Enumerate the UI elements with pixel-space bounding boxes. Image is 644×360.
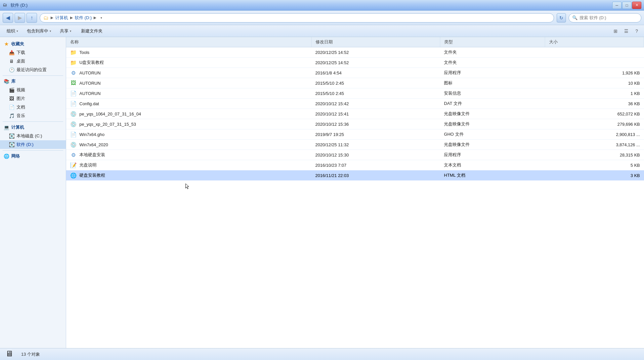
music-label: 音乐 [17, 113, 25, 119]
table-row[interactable]: 📁 Tools 2020/12/25 14:52文件夹 [66, 47, 644, 58]
file-type-6: 光盘映像文件 [440, 109, 545, 119]
file-type-3: 图标 [440, 78, 545, 88]
table-header-row: 名称 修改日期 类型 大小 [66, 37, 644, 47]
sidebar-divider-3 [3, 150, 63, 151]
sidebar-item-desktop[interactable]: 🖥 桌面 [0, 57, 66, 66]
computer-header[interactable]: 💻 计算机 [0, 123, 66, 132]
breadcrumb-sep-0: ▶ [51, 16, 53, 20]
table-row[interactable]: ⚙ AUTORUN 2016/1/8 4:54应用程序1,926 KB [66, 68, 644, 78]
file-size-7: 279,696 KB [545, 119, 644, 129]
file-table: 名称 修改日期 类型 大小 📁 Tools 2020/12/25 14:52文件… [66, 37, 644, 181]
add-to-library-menu[interactable]: 包含到库中 ▾ [23, 26, 55, 36]
file-name-cell-1: 📁 U盘安装教程 [66, 58, 311, 68]
sidebar: ★ 收藏夹 📥 下载 🖥 桌面 🕐 最近访问的位置 📚 库 [0, 37, 66, 348]
software-d-label: 软件 (D:) [17, 142, 33, 148]
column-size[interactable]: 大小 [545, 37, 644, 47]
minimize-button[interactable]: ─ [612, 2, 622, 9]
computer-label: 计算机 [11, 124, 24, 130]
file-modified-7: 2020/10/12 15:36 [311, 119, 440, 129]
file-name-cell-5: 📄 Config.dat [66, 99, 311, 109]
address-bar[interactable]: 🗂 ▶ 计算机 ▶ 软件 (D:) ▶ ▾ [40, 13, 554, 22]
folder-icon: 🗂 [43, 15, 49, 21]
table-row[interactable]: 💿 pe_yqs_xp_20_07_31_15_53 2020/10/12 15… [66, 119, 644, 129]
network-label: 网络 [11, 153, 20, 159]
file-name-cell-2: ⚙ AUTORUN [66, 68, 311, 78]
table-row[interactable]: 📝 光盘说明 2016/10/23 7:07文本文档5 KB [66, 160, 644, 170]
sidebar-item-pictures[interactable]: 🖼 图片 [0, 94, 66, 103]
file-modified-5: 2020/10/12 15:42 [311, 99, 440, 109]
new-folder-button[interactable]: 新建文件夹 [76, 26, 107, 36]
local-disk-c-label: 本地磁盘 (C:) [17, 133, 42, 139]
library-header[interactable]: 📚 库 [0, 77, 66, 86]
sidebar-divider-2 [3, 121, 63, 122]
toolbar: ◀ ▶ ↑ 🗂 ▶ 计算机 ▶ 软件 (D:) ▶ ▾ ↻ 🔍 [0, 11, 644, 25]
file-modified-6: 2020/10/12 15:41 [311, 109, 440, 119]
favorites-header[interactable]: ★ 收藏夹 [0, 40, 66, 48]
file-modified-10: 2020/10/12 15:30 [311, 150, 440, 160]
file-name-cell-7: 💿 pe_yqs_xp_20_07_31_15_53 [66, 119, 311, 129]
file-type-8: GHO 文件 [440, 129, 545, 140]
music-icon: 🎵 [9, 113, 15, 119]
forward-button[interactable]: ▶ [15, 13, 25, 23]
sidebar-item-recent[interactable]: 🕐 最近访问的位置 [0, 66, 66, 74]
recent-label: 最近访问的位置 [17, 67, 47, 73]
close-button[interactable]: ✕ [632, 2, 641, 9]
back-button[interactable]: ◀ [3, 13, 13, 23]
sidebar-item-local-c[interactable]: 💽 本地磁盘 (C:) [0, 132, 66, 140]
table-row[interactable]: 📄 Config.dat 2020/10/12 15:42DAT 文件36 KB [66, 99, 644, 109]
forward-icon: ▶ [18, 15, 22, 21]
table-row[interactable]: 📄 Win7x64.gho 2019/9/7 19:25GHO 文件2,900,… [66, 129, 644, 140]
file-icon-9: 💿 [70, 141, 77, 148]
table-row[interactable]: 🖼 AUTORUN 2015/5/10 2:45图标10 KB [66, 78, 644, 88]
file-modified-8: 2019/9/7 19:25 [311, 129, 440, 140]
search-bar[interactable]: 🔍 [569, 13, 641, 22]
file-type-9: 光盘映像文件 [440, 140, 545, 150]
sidebar-item-software-d[interactable]: 💽 软件 (D:) [0, 140, 66, 149]
file-name-7: pe_yqs_xp_20_07_31_15_53 [79, 122, 136, 127]
file-modified-1: 2020/12/25 14:52 [311, 58, 440, 68]
table-row[interactable]: 📁 U盘安装教程 2020/12/25 14:52文件夹 [66, 58, 644, 68]
up-button[interactable]: ↑ [26, 13, 37, 23]
column-modified[interactable]: 修改日期 [311, 37, 440, 47]
refresh-button[interactable]: ↻ [557, 13, 566, 22]
file-icon-8: 📄 [70, 131, 77, 138]
column-name[interactable]: 名称 [66, 37, 311, 47]
table-row[interactable]: 💿 Win7x64_2020 2020/12/25 11:32光盘映像文件3,8… [66, 140, 644, 150]
help-icon: ? [635, 28, 638, 34]
sidebar-item-documents[interactable]: 📄 文档 [0, 103, 66, 112]
menubar: 组织 ▾ 包含到库中 ▾ 共享 ▾ 新建文件夹 ⊞ ☰ ? [0, 25, 644, 37]
share-menu[interactable]: 共享 ▾ [56, 26, 75, 36]
search-icon: 🔍 [572, 15, 578, 20]
add-to-library-arrow: ▾ [50, 29, 51, 33]
view-detail-button[interactable]: ☰ [622, 27, 631, 35]
sidebar-item-downloads[interactable]: 📥 下载 [0, 48, 66, 57]
favorites-section: ★ 收藏夹 📥 下载 🖥 桌面 🕐 最近访问的位置 [0, 40, 66, 74]
address-dropdown-button[interactable]: ▾ [98, 15, 104, 21]
file-type-10: 应用程序 [440, 150, 545, 160]
network-header[interactable]: 🌐 网络 [0, 152, 66, 160]
view-icon: ⊞ [614, 28, 618, 34]
table-row[interactable]: ⚙ 本地硬盘安装 2020/10/12 15:30应用程序28,315 KB [66, 150, 644, 160]
sidebar-item-music[interactable]: 🎵 音乐 [0, 112, 66, 120]
table-row[interactable]: 💿 pe_yqs_1064_20_07_31_16_04 2020/10/12 … [66, 109, 644, 119]
file-name-cell-12: 🌐 硬盘安装教程 [66, 170, 311, 181]
titlebar-left: 🗂 软件 (D:) [3, 2, 27, 8]
breadcrumb-sep-2: ▶ [94, 16, 96, 20]
file-icon-12: 🌐 [70, 172, 77, 179]
help-button[interactable]: ? [632, 27, 641, 35]
organize-menu[interactable]: 组织 ▾ [3, 26, 22, 36]
sidebar-divider-1 [3, 75, 63, 76]
table-row[interactable]: 🌐 硬盘安装教程 2016/11/21 22:03HTML 文档3 KB [66, 170, 644, 181]
view-toggle-button[interactable]: ⊞ [611, 27, 620, 35]
file-icon-4: 📄 [70, 90, 77, 97]
breadcrumb-computer[interactable]: 计算机 [55, 15, 68, 21]
favorites-icon: ★ [3, 41, 9, 47]
sidebar-item-videos[interactable]: 🎬 视频 [0, 86, 66, 94]
maximize-button[interactable]: □ [622, 2, 631, 9]
statusbar: 🖥 13 个对象 [0, 348, 644, 360]
breadcrumb-drive[interactable]: 软件 (D:) [75, 15, 92, 21]
table-row[interactable]: 📄 AUTORUN 2015/5/10 2:45安装信息1 KB [66, 88, 644, 99]
column-type[interactable]: 类型 [440, 37, 545, 47]
search-input[interactable] [580, 15, 638, 20]
file-icon-0: 📁 [70, 49, 77, 56]
